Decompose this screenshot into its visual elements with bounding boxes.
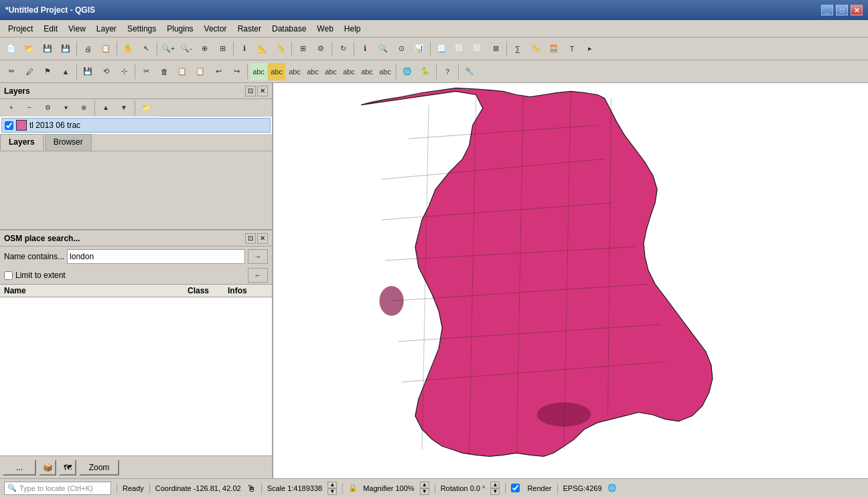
plugins2-btn[interactable]: 🔧 bbox=[461, 63, 478, 80]
digitize-btn[interactable]: 🖊 bbox=[21, 63, 38, 80]
menu-help[interactable]: Help bbox=[339, 22, 366, 36]
menu-plugins[interactable]: Plugins bbox=[161, 22, 198, 36]
measure2-btn[interactable]: 📏 bbox=[272, 40, 289, 58]
tool-btn[interactable]: ⊙ bbox=[392, 40, 410, 58]
scale-up-btn[interactable]: ▲ bbox=[328, 482, 337, 488]
search-btn[interactable]: 🔍 bbox=[374, 40, 392, 58]
magnifier-down-btn[interactable]: ▼ bbox=[420, 488, 429, 495]
new-btn[interactable]: 📄 bbox=[3, 40, 20, 58]
layer-down-btn[interactable]: ▼ bbox=[115, 99, 133, 117]
save2-btn[interactable]: 💾 bbox=[79, 63, 96, 80]
edit2-btn[interactable]: ✏ bbox=[3, 63, 20, 80]
tab-browser[interactable]: Browser bbox=[45, 134, 92, 151]
layer-filter-btn[interactable]: ▾ bbox=[57, 99, 74, 117]
label4-btn[interactable]: abc bbox=[304, 63, 321, 80]
select-btn[interactable]: ↖ bbox=[137, 40, 155, 58]
layers-float-btn[interactable]: ⊡ bbox=[245, 86, 256, 96]
label5-btn[interactable]: abc bbox=[322, 63, 340, 80]
rotation-up-btn[interactable]: ▲ bbox=[490, 482, 500, 488]
capture-btn[interactable]: ⚑ bbox=[39, 63, 56, 80]
label3-btn[interactable]: abc bbox=[286, 63, 303, 80]
identify-btn[interactable]: ℹ bbox=[236, 40, 253, 58]
layer-item[interactable]: tl 2013 06 trac bbox=[1, 118, 271, 133]
osm-float-btn[interactable]: ⊡ bbox=[245, 233, 256, 244]
label8-btn[interactable]: abc bbox=[376, 63, 394, 80]
calc-btn[interactable]: 🧮 bbox=[545, 40, 563, 58]
text-btn[interactable]: T bbox=[563, 40, 581, 58]
menu-vector[interactable]: Vector bbox=[199, 22, 232, 36]
save-as-btn[interactable]: 💾 bbox=[57, 40, 74, 58]
ruler-btn[interactable]: 📏 bbox=[527, 40, 545, 58]
delete-btn[interactable]: 🗑 bbox=[155, 63, 173, 80]
layer-visibility-check[interactable] bbox=[5, 121, 13, 130]
modify-btn[interactable]: ✂ bbox=[137, 63, 155, 80]
layer-properties-btn[interactable]: ⚙ bbox=[39, 99, 56, 117]
close-btn[interactable]: ✕ bbox=[851, 5, 863, 15]
osm-search-button[interactable]: → bbox=[248, 249, 268, 264]
help-btn[interactable]: ? bbox=[439, 63, 456, 80]
print-btn[interactable]: 🖨 bbox=[79, 40, 96, 58]
zoom-select-btn[interactable]: ⊞ bbox=[214, 40, 231, 58]
attribute-btn[interactable]: 📃 bbox=[433, 40, 450, 58]
add-layer-btn[interactable]: + bbox=[3, 99, 20, 117]
map-area[interactable] bbox=[273, 83, 868, 478]
map-btn[interactable]: 🗺 bbox=[59, 459, 76, 476]
render-check[interactable] bbox=[511, 484, 520, 492]
zoom-full-btn[interactable]: ⊕ bbox=[196, 40, 213, 58]
menu-raster[interactable]: Raster bbox=[232, 22, 267, 36]
open-btn[interactable]: 📂 bbox=[21, 40, 38, 58]
more-btn[interactable]: ▸ bbox=[581, 40, 599, 58]
zoom-btn[interactable]: Zoom bbox=[79, 459, 119, 476]
measure-btn[interactable]: 📐 bbox=[254, 40, 271, 58]
select2-btn[interactable]: ⬜ bbox=[451, 40, 468, 58]
rollback-btn[interactable]: ⟲ bbox=[97, 63, 115, 80]
menu-web[interactable]: Web bbox=[311, 22, 338, 36]
layer-option-btn[interactable]: ⊕ bbox=[75, 99, 92, 117]
pan-btn[interactable]: ✋ bbox=[119, 40, 137, 58]
deselect-btn[interactable]: ⊠ bbox=[487, 40, 504, 58]
layer-up-btn[interactable]: ▲ bbox=[97, 99, 115, 117]
minimize-btn[interactable]: _ bbox=[821, 5, 833, 15]
scale-down-btn[interactable]: ▼ bbox=[328, 488, 337, 495]
layout-btn[interactable]: 📋 bbox=[97, 40, 115, 58]
tab-layers[interactable]: Layers bbox=[0, 134, 44, 151]
zoom-in-btn[interactable]: 🔍+ bbox=[159, 40, 177, 58]
label2-btn[interactable]: abc bbox=[268, 63, 285, 80]
capture2-btn[interactable]: ▲ bbox=[57, 63, 74, 80]
menu-settings[interactable]: Settings bbox=[122, 22, 161, 36]
osm-extent-check[interactable] bbox=[4, 271, 13, 280]
osm-search-input[interactable] bbox=[67, 249, 245, 264]
select3-btn[interactable]: ⬜ bbox=[469, 40, 486, 58]
menu-view[interactable]: View bbox=[63, 22, 91, 36]
grid-btn[interactable]: ⊞ bbox=[294, 40, 311, 58]
locate-box[interactable]: 🔍 Type to locate (Ctrl+K) bbox=[4, 482, 111, 495]
paste-btn[interactable]: 📋 bbox=[192, 63, 209, 80]
menu-database[interactable]: Database bbox=[267, 22, 311, 36]
ellipsis-btn[interactable]: ... bbox=[3, 459, 36, 476]
label6-btn[interactable]: abc bbox=[340, 63, 358, 80]
layers-close-btn[interactable]: ✕ bbox=[257, 86, 268, 96]
undo-btn[interactable]: ↩ bbox=[210, 63, 227, 80]
zoom-out-btn[interactable]: 🔍- bbox=[177, 40, 195, 58]
remove-layer-btn[interactable]: − bbox=[21, 99, 38, 117]
info-btn[interactable]: ℹ bbox=[356, 40, 374, 58]
redo-btn[interactable]: ↪ bbox=[228, 63, 245, 80]
filter-btn[interactable]: ⚙ bbox=[312, 40, 330, 58]
maximize-btn[interactable]: □ bbox=[836, 5, 848, 15]
package-btn[interactable]: 📦 bbox=[39, 459, 56, 476]
save-btn[interactable]: 💾 bbox=[39, 40, 56, 58]
refresh-btn[interactable]: ↻ bbox=[334, 40, 352, 58]
magnifier-up-btn[interactable]: ▲ bbox=[420, 482, 429, 488]
snap-btn[interactable]: ⊹ bbox=[115, 63, 133, 80]
menu-project[interactable]: Project bbox=[3, 22, 38, 36]
osm-close-btn[interactable]: ✕ bbox=[257, 233, 268, 244]
label7-btn[interactable]: abc bbox=[358, 63, 376, 80]
layer-group-btn[interactable]: 📁 bbox=[137, 99, 155, 117]
copy-btn[interactable]: 📋 bbox=[173, 63, 191, 80]
osm-btn[interactable]: 🌐 bbox=[399, 63, 416, 80]
rotation-down-btn[interactable]: ▼ bbox=[490, 488, 500, 495]
osm-back-button[interactable]: ← bbox=[248, 268, 268, 283]
menu-layer[interactable]: Layer bbox=[91, 22, 122, 36]
label1-btn[interactable]: abc bbox=[250, 63, 267, 80]
stats-btn[interactable]: ∑ bbox=[509, 40, 526, 58]
